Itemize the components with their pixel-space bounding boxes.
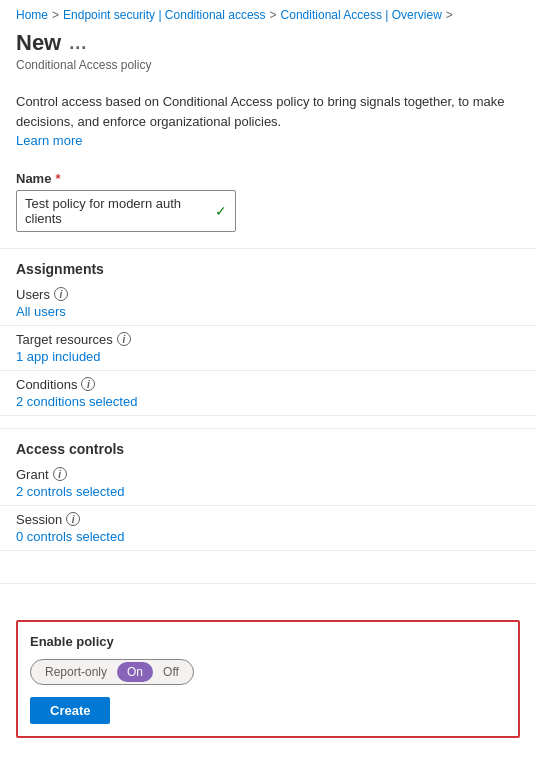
toggle-off[interactable]: Off bbox=[153, 662, 189, 682]
breadcrumb-sep-1: > bbox=[52, 8, 59, 22]
conditions-label: Conditions bbox=[16, 377, 77, 392]
name-check-icon: ✓ bbox=[215, 203, 227, 219]
session-assignment[interactable]: Session i 0 controls selected bbox=[0, 506, 536, 551]
enable-policy-label: Enable policy bbox=[30, 634, 506, 649]
target-resources-value[interactable]: 1 app included bbox=[16, 349, 520, 364]
target-resources-assignment[interactable]: Target resources i 1 app included bbox=[0, 326, 536, 371]
target-resources-info-icon[interactable]: i bbox=[117, 332, 131, 346]
session-value[interactable]: 0 controls selected bbox=[16, 529, 520, 544]
conditions-assignment[interactable]: Conditions i 2 conditions selected bbox=[0, 371, 536, 416]
grant-value[interactable]: 2 controls selected bbox=[16, 484, 520, 499]
users-label: Users bbox=[16, 287, 50, 302]
grant-label: Grant bbox=[16, 467, 49, 482]
name-field-section: Name * Test policy for modern auth clien… bbox=[0, 163, 536, 236]
breadcrumb-conditional-access[interactable]: Conditional Access | Overview bbox=[281, 8, 442, 22]
name-label: Name * bbox=[16, 171, 520, 186]
breadcrumb-sep-3: > bbox=[446, 8, 453, 22]
page-title-text: New bbox=[16, 30, 61, 56]
enable-policy-section: Enable policy Report-only On Off Create bbox=[16, 620, 520, 738]
breadcrumb-endpoint-security[interactable]: Endpoint security | Conditional access bbox=[63, 8, 266, 22]
description-section: Control access based on Conditional Acce… bbox=[0, 80, 536, 163]
name-input[interactable]: Test policy for modern auth clients ✓ bbox=[16, 190, 236, 232]
conditions-info-icon[interactable]: i bbox=[81, 377, 95, 391]
name-input-value: Test policy for modern auth clients bbox=[25, 196, 215, 226]
breadcrumb-sep-2: > bbox=[270, 8, 277, 22]
page-subtitle: Conditional Access policy bbox=[16, 58, 520, 72]
learn-more-link[interactable]: Learn more bbox=[16, 133, 82, 148]
session-label: Session bbox=[16, 512, 62, 527]
access-controls-section-title: Access controls bbox=[0, 429, 536, 461]
session-info-icon[interactable]: i bbox=[66, 512, 80, 526]
breadcrumb-home[interactable]: Home bbox=[16, 8, 48, 22]
more-options-menu[interactable]: ... bbox=[69, 33, 87, 54]
grant-assignment[interactable]: Grant i 2 controls selected bbox=[0, 461, 536, 506]
toggle-on[interactable]: On bbox=[117, 662, 153, 682]
assignments-section-title: Assignments bbox=[0, 249, 536, 281]
users-assignment[interactable]: Users i All users bbox=[0, 281, 536, 326]
toggle-report-only[interactable]: Report-only bbox=[35, 662, 117, 682]
users-info-icon[interactable]: i bbox=[54, 287, 68, 301]
description-text: Control access based on Conditional Acce… bbox=[16, 94, 505, 129]
page-header: New ... Conditional Access policy bbox=[0, 26, 536, 80]
create-button[interactable]: Create bbox=[30, 697, 110, 724]
policy-toggle-group[interactable]: Report-only On Off bbox=[30, 659, 194, 685]
grant-info-icon[interactable]: i bbox=[53, 467, 67, 481]
required-marker: * bbox=[55, 171, 60, 186]
users-value[interactable]: All users bbox=[16, 304, 520, 319]
breadcrumb: Home > Endpoint security | Conditional a… bbox=[0, 0, 536, 26]
conditions-value[interactable]: 2 conditions selected bbox=[16, 394, 520, 409]
target-resources-label: Target resources bbox=[16, 332, 113, 347]
